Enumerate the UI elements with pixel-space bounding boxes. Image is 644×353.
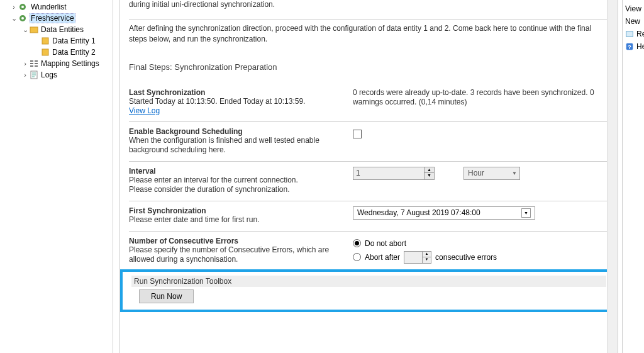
radio-icon[interactable] <box>353 253 361 261</box>
instruction-text: After defining the synchronization direc… <box>129 20 609 53</box>
action-label: View <box>625 4 641 13</box>
entity-icon <box>40 36 50 46</box>
radio-label-suffix: consecutive errors <box>435 253 497 262</box>
rename-icon <box>625 29 634 39</box>
spin-down-icon[interactable]: ▼ <box>425 173 434 179</box>
last-sync-label: Last Synchronization <box>129 88 343 97</box>
vertical-scrollbar[interactable] <box>607 0 618 353</box>
errors-desc: Please specify the number of Consecutive… <box>129 245 343 264</box>
main-content: during initial uni-directional synchroni… <box>113 0 622 353</box>
log-icon <box>29 70 39 80</box>
action-label: Help <box>636 42 644 51</box>
tree-item-data-entity-2[interactable]: Data Entity 2 <box>0 47 113 58</box>
first-sync-desc: Please enter date and time for first run… <box>129 215 343 225</box>
tree-label: Data Entities <box>41 25 84 34</box>
radio-icon[interactable] <box>353 239 361 247</box>
svg-rect-8 <box>626 31 633 37</box>
first-sync-datetime[interactable]: Wednesday, 7 August 2019 07:48:00 ▼ <box>353 206 535 220</box>
bg-scheduling-desc: When the configuration is finished and w… <box>129 136 343 155</box>
tree-item-logs[interactable]: › Logs <box>0 69 113 81</box>
error-count-input[interactable] <box>404 252 422 263</box>
interval-desc2: Please consider the duration of synchron… <box>129 185 343 194</box>
entity-icon <box>40 47 50 57</box>
folder-icon <box>29 25 39 35</box>
section-heading: Final Steps: Synchronization Preparation <box>129 53 609 83</box>
tree-item-data-entities[interactable]: ⌄ Data Entities <box>0 24 113 35</box>
action-view[interactable]: View <box>623 3 644 15</box>
gear-icon <box>18 13 28 23</box>
run-toolbox-heading: Run Synchronization Toolbox <box>131 276 606 287</box>
action-rename[interactable]: Rename <box>623 28 644 40</box>
help-icon: ? <box>625 42 634 52</box>
tree-label: Wunderlist <box>30 3 67 11</box>
interval-input[interactable] <box>353 167 424 179</box>
svg-rect-5 <box>42 38 48 44</box>
spin-down-icon[interactable]: ▼ <box>423 257 431 263</box>
tree-label: Mapping Settings <box>41 59 99 68</box>
last-sync-time: Started Today at 10:13:50. Ended Today a… <box>129 97 343 106</box>
tree-item-freshservice[interactable]: ⌄ Freshservice <box>0 13 113 24</box>
run-now-button[interactable]: Run Now <box>139 289 194 303</box>
sync-status-text: 0 records were already up-to-date. 3 rec… <box>353 88 609 107</box>
spin-up-icon[interactable]: ▲ <box>423 252 431 257</box>
tree-item-wunderlist[interactable]: › Wunderlist <box>0 1 113 13</box>
action-help[interactable]: ? Help <box>623 40 644 53</box>
svg-point-3 <box>21 17 24 20</box>
tree-label: Freshservice <box>30 13 75 23</box>
collapse-icon[interactable]: ⌄ <box>10 14 18 23</box>
bg-scheduling-checkbox[interactable] <box>353 130 362 138</box>
action-panel: View New Rename ? Help <box>622 0 644 353</box>
mapping-icon <box>29 59 39 69</box>
interval-desc: Please enter an interval for the current… <box>129 176 343 185</box>
spin-up-icon[interactable]: ▲ <box>425 167 434 174</box>
radio-abort-after[interactable]: Abort after ▲ ▼ consecutive errors <box>353 250 609 264</box>
radio-label: Do not abort <box>365 239 406 248</box>
interval-spinner[interactable]: ▲ ▼ <box>353 167 435 180</box>
tree-label: Data Entity 2 <box>52 48 96 57</box>
bg-scheduling-label: Enable Background Scheduling <box>129 127 343 136</box>
tree-label: Data Entity 1 <box>52 36 96 45</box>
tree-label: Logs <box>41 70 57 79</box>
interval-unit-combo[interactable]: Hour ▼ <box>464 167 520 180</box>
datetime-value: Wednesday, 7 August 2019 07:48:00 <box>357 208 480 217</box>
navigation-tree: › Wunderlist ⌄ Freshservice ⌄ Data Entit… <box>0 0 113 353</box>
radio-label-prefix: Abort after <box>365 253 400 262</box>
action-new[interactable]: New <box>623 15 644 28</box>
gear-icon <box>18 2 28 12</box>
action-label: Rename <box>636 30 644 38</box>
tree-item-data-entity-1[interactable]: Data Entity 1 <box>0 35 113 47</box>
combo-value: Hour <box>468 169 484 177</box>
view-log-link[interactable]: View Log <box>129 106 160 115</box>
svg-rect-4 <box>30 27 38 33</box>
run-toolbox-highlight: Run Synchronization Toolbox Run Now <box>120 269 618 312</box>
truncated-description: during initial uni-directional synchroni… <box>129 0 343 10</box>
collapse-icon[interactable]: ⌄ <box>21 26 29 34</box>
action-label: New <box>625 17 640 26</box>
first-sync-label: First Synchronization <box>129 206 343 215</box>
interval-label: Interval <box>129 167 343 176</box>
expand-icon[interactable]: › <box>21 60 29 67</box>
calendar-dropdown-icon[interactable]: ▼ <box>521 208 531 218</box>
errors-label: Number of Consecutive Errors <box>129 237 343 245</box>
expand-icon[interactable]: › <box>10 3 18 11</box>
chevron-down-icon: ▼ <box>512 171 517 176</box>
radio-do-not-abort[interactable]: Do not abort <box>353 237 609 250</box>
error-count-spinner[interactable]: ▲ ▼ <box>404 251 431 264</box>
svg-text:?: ? <box>628 43 631 50</box>
tree-item-mapping-settings[interactable]: › Mapping Settings <box>0 58 113 69</box>
svg-point-1 <box>21 6 24 8</box>
svg-rect-6 <box>42 49 48 55</box>
expand-icon[interactable]: › <box>21 71 29 79</box>
